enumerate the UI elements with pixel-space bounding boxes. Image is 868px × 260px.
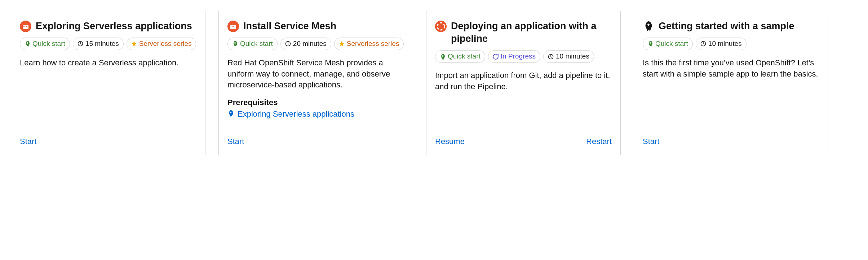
rocket-icon xyxy=(647,41,653,47)
badge-row: Quick start In Progress 10 minutes xyxy=(435,50,612,63)
svg-rect-7 xyxy=(27,26,27,27)
card-title: Deploying an application with a pipeline xyxy=(451,20,612,45)
star-icon xyxy=(339,41,345,47)
svg-rect-13 xyxy=(232,26,233,27)
badge-label: Serverless series xyxy=(139,39,192,48)
rocket-icon xyxy=(232,41,238,47)
card-footer: Resume Restart xyxy=(435,130,612,146)
clock-icon xyxy=(78,41,83,47)
clock-icon xyxy=(548,54,554,60)
card-description: Import an application from Git, add a pi… xyxy=(435,70,612,92)
badge-quick-start: Quick start xyxy=(435,50,485,63)
card-header: Getting started with a sample xyxy=(643,20,819,32)
rocket-icon xyxy=(227,109,234,119)
card-header: Deploying an application with a pipeline xyxy=(435,20,612,45)
badge-label: Quick start xyxy=(655,39,688,48)
rocket-icon xyxy=(25,41,30,47)
svg-rect-2 xyxy=(23,26,24,27)
badge-label: Serverless series xyxy=(347,39,399,48)
rocket-icon xyxy=(643,21,654,32)
card-title: Install Service Mesh xyxy=(243,20,336,32)
card-title: Exploring Serverless applications xyxy=(36,20,192,32)
svg-rect-6 xyxy=(26,26,27,27)
svg-rect-14 xyxy=(233,26,234,27)
badge-label: 20 minutes xyxy=(293,39,327,48)
svg-rect-16 xyxy=(235,26,235,27)
star-icon xyxy=(131,41,137,47)
badge-row: Quick start 10 minutes xyxy=(643,38,819,50)
badge-label: Quick start xyxy=(448,52,480,61)
prerequisites-heading: Prerequisites xyxy=(227,98,404,107)
start-button[interactable]: Start xyxy=(643,137,659,146)
card-header: Exploring Serverless applications xyxy=(20,20,196,32)
card-footer: Start xyxy=(643,130,819,146)
badge-quick-start: Quick start xyxy=(227,38,278,50)
badge-label: Quick start xyxy=(240,39,273,48)
svg-rect-5 xyxy=(26,26,26,27)
clock-icon xyxy=(285,41,291,47)
svg-rect-3 xyxy=(24,26,25,27)
card-install-service-mesh: Install Service Mesh Quick start 20 minu… xyxy=(218,11,413,155)
badge-label: Quick start xyxy=(32,39,65,48)
card-title: Getting started with a sample xyxy=(659,20,794,32)
badge-quick-start: Quick start xyxy=(20,38,70,50)
badge-duration: 10 minutes xyxy=(543,50,594,63)
badge-quick-start: Quick start xyxy=(643,38,693,50)
badge-duration: 10 minutes xyxy=(696,38,747,50)
resume-button[interactable]: Resume xyxy=(435,137,465,146)
card-getting-started-sample: Getting started with a sample Quick star… xyxy=(634,11,828,155)
card-description: Learn how to create a Serverless applica… xyxy=(20,57,196,69)
svg-rect-15 xyxy=(234,26,234,27)
badge-duration: 20 minutes xyxy=(280,38,331,50)
spring-icon xyxy=(227,21,239,32)
start-button[interactable]: Start xyxy=(20,137,36,146)
badge-row: Quick start 20 minutes Serverless series xyxy=(227,38,404,50)
card-description: Is this the first time you’ve used OpenS… xyxy=(643,57,819,80)
card-deploying-pipeline: Deploying an application with a pipeline… xyxy=(426,11,621,155)
prerequisite-link[interactable]: Exploring Serverless applications xyxy=(238,109,354,119)
refresh-icon xyxy=(493,54,499,60)
svg-rect-12 xyxy=(232,26,232,27)
card-footer: Start xyxy=(20,130,196,146)
rocket-icon xyxy=(440,54,446,60)
badge-row: Quick start 15 minutes Serverless series xyxy=(20,38,196,50)
prerequisite-item: Exploring Serverless applications xyxy=(227,109,404,119)
card-grid: Exploring Serverless applications Quick … xyxy=(11,11,857,155)
badge-label: In Progress xyxy=(501,52,536,61)
badge-label: 10 minutes xyxy=(708,39,742,48)
card-exploring-serverless: Exploring Serverless applications Quick … xyxy=(11,11,205,155)
spring-icon xyxy=(20,21,31,32)
badge-in-progress: In Progress xyxy=(488,50,540,63)
clock-icon xyxy=(700,41,706,47)
svg-rect-11 xyxy=(231,26,231,27)
badge-label: 10 minutes xyxy=(556,52,589,61)
badge-serverless-series: Serverless series xyxy=(127,38,196,50)
badge-serverless-series: Serverless series xyxy=(334,38,404,50)
start-button[interactable]: Start xyxy=(227,137,244,146)
card-header: Install Service Mesh xyxy=(227,20,404,32)
card-description: Red Hat OpenShift Service Mesh provides … xyxy=(227,57,404,91)
badge-label: 15 minutes xyxy=(85,39,119,48)
card-footer: Start xyxy=(227,130,404,146)
lifebuoy-icon xyxy=(435,21,447,32)
svg-rect-4 xyxy=(25,26,25,27)
badge-duration: 15 minutes xyxy=(73,38,124,50)
restart-button[interactable]: Restart xyxy=(586,137,612,146)
